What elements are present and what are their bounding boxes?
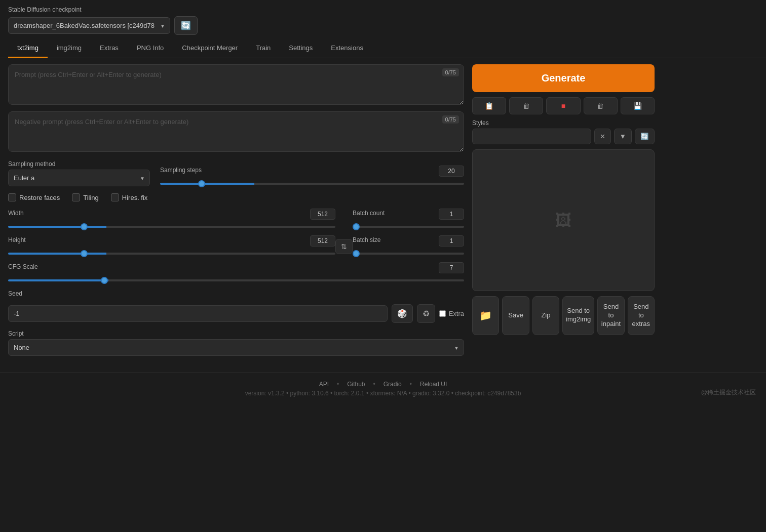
- width-value[interactable]: 512: [310, 209, 335, 220]
- styles-dropdown-button[interactable]: ▼: [614, 129, 632, 144]
- checkpoint-label: Stable Diffusion checkpoint: [8, 6, 758, 13]
- seed-random-button[interactable]: 🎲: [392, 304, 413, 323]
- stop-button[interactable]: ■: [546, 97, 580, 114]
- extra-checkbox-input[interactable]: [439, 310, 446, 317]
- restore-faces-checkbox[interactable]: Restore faces: [8, 193, 60, 201]
- styles-input-row: ✕ ▼ 🔄: [472, 129, 655, 144]
- open-folder-button[interactable]: 📁: [472, 296, 499, 335]
- footer-reload-link[interactable]: Reload UI: [420, 381, 447, 388]
- footer-github-link[interactable]: Github: [347, 381, 365, 388]
- batch-count-label: Batch count: [353, 210, 385, 217]
- batch-count-header: Batch count 1: [353, 209, 464, 220]
- height-header: Height 512: [8, 235, 335, 247]
- batch-size-section: Batch size 1: [353, 235, 464, 256]
- checkpoint-refresh-button[interactable]: 🔄: [174, 16, 198, 35]
- script-label: Script: [8, 330, 464, 337]
- tab-train[interactable]: Train: [247, 39, 280, 58]
- cfg-section: CFG Scale 7: [8, 262, 464, 283]
- negative-prompt-textarea[interactable]: [8, 111, 464, 152]
- cfg-value[interactable]: 7: [439, 262, 464, 273]
- styles-section: Styles ✕ ▼ 🔄: [472, 119, 655, 144]
- batch-size-header: Batch size 1: [353, 235, 464, 247]
- checkboxes-row: Restore faces Tiling Hires. fix: [8, 193, 464, 201]
- paste-button[interactable]: 📋: [472, 97, 506, 114]
- sampling-method-section: Sampling method Euler a: [8, 160, 150, 186]
- batch-section: Batch count 1 Batch size 1: [353, 209, 464, 256]
- height-slider[interactable]: [8, 253, 335, 255]
- height-value[interactable]: 512: [310, 235, 335, 247]
- cfg-header: CFG Scale 7: [8, 262, 464, 273]
- script-select[interactable]: None: [8, 339, 464, 356]
- seed-recycle-button[interactable]: ♻: [417, 304, 435, 323]
- tabs-bar: txt2img img2img Extras PNG Info Checkpoi…: [0, 39, 766, 58]
- tab-png-info[interactable]: PNG Info: [128, 39, 173, 58]
- sampling-steps-header: Sampling steps 20: [160, 166, 464, 177]
- sampling-steps-value[interactable]: 20: [439, 166, 464, 177]
- batch-size-value[interactable]: 1: [439, 235, 464, 247]
- action-icons-row: 📋 🗑 ■ 🗑 💾: [472, 97, 655, 114]
- batch-count-slider[interactable]: [353, 226, 464, 228]
- width-slider[interactable]: [8, 226, 335, 228]
- tab-extensions[interactable]: Extensions: [322, 39, 372, 58]
- hires-fix-box: [111, 193, 119, 201]
- send-to-img2img-button[interactable]: Send toimg2img: [562, 296, 594, 335]
- width-section: Width 512: [8, 209, 335, 229]
- tab-txt2img[interactable]: txt2img: [8, 39, 48, 58]
- tab-img2img[interactable]: img2img: [48, 39, 91, 58]
- script-select-wrap: None: [8, 339, 464, 356]
- send-to-extras-button[interactable]: Sendtoextras: [628, 296, 655, 335]
- batch-size-label: Batch size: [353, 236, 380, 243]
- footer-api-link[interactable]: API: [319, 381, 329, 388]
- footer: API • Github • Gradio • Reload UI versio…: [0, 372, 766, 405]
- top-bar: Stable Diffusion checkpoint dreamshaper_…: [0, 0, 766, 39]
- hires-fix-checkbox[interactable]: Hires. fix: [111, 193, 148, 201]
- right-panel: Generate 📋 🗑 ■ 🗑 💾 Styles ✕ ▼ 🔄 🖼 📁: [472, 64, 655, 356]
- cfg-label: CFG Scale: [8, 263, 38, 270]
- negative-prompt-token-count: 0/75: [442, 115, 459, 124]
- seed-input[interactable]: [8, 305, 388, 322]
- sampling-steps-label: Sampling steps: [160, 167, 202, 174]
- generate-button[interactable]: Generate: [472, 64, 655, 92]
- cfg-slider[interactable]: [8, 279, 464, 281]
- extra-label: Extra: [449, 310, 464, 317]
- save-style-button[interactable]: 💾: [621, 97, 655, 114]
- send-to-inpaint-button[interactable]: Sendtoinpaint: [597, 296, 624, 335]
- sampling-method-label: Sampling method: [8, 160, 150, 168]
- checkpoint-select-wrap: dreamshaper_6BakedVae.safetensors [c249d…: [8, 17, 170, 34]
- width-header: Width 512: [8, 209, 335, 220]
- negative-prompt-wrap: 0/75: [8, 111, 464, 153]
- batch-size-slider[interactable]: [353, 253, 464, 255]
- styles-input[interactable]: [472, 129, 591, 144]
- swap-center: ⇅: [335, 209, 353, 254]
- left-panel: 0/75 0/75 Sampling method Euler a Sampli…: [8, 64, 464, 356]
- tiling-checkbox[interactable]: Tiling: [72, 193, 99, 201]
- sampling-steps-slider[interactable]: [160, 183, 464, 185]
- tab-settings[interactable]: Settings: [280, 39, 322, 58]
- trash-button[interactable]: 🗑: [509, 97, 543, 114]
- footer-links: API • Github • Gradio • Reload UI: [8, 381, 758, 388]
- styles-refresh-button[interactable]: 🔄: [635, 129, 655, 144]
- zip-output-button[interactable]: Zip: [532, 296, 559, 335]
- width-label: Width: [8, 210, 24, 217]
- height-section: Height 512: [8, 235, 335, 256]
- image-output-canvas: 🖼: [472, 149, 655, 291]
- extra-checkbox[interactable]: Extra: [439, 310, 464, 317]
- tab-extras[interactable]: Extras: [91, 39, 128, 58]
- restore-faces-label: Restore faces: [19, 194, 60, 201]
- footer-gradio-link[interactable]: Gradio: [384, 381, 402, 388]
- interrupt-button[interactable]: 🗑: [584, 97, 618, 114]
- hires-fix-label: Hires. fix: [122, 194, 148, 201]
- restore-faces-box: [8, 193, 16, 201]
- checkpoint-select[interactable]: dreamshaper_6BakedVae.safetensors [c249d…: [8, 17, 170, 34]
- seed-label: Seed: [8, 290, 464, 297]
- tab-checkpoint-merger[interactable]: Checkpoint Merger: [173, 39, 247, 58]
- prompt-textarea[interactable]: [8, 64, 464, 105]
- styles-clear-button[interactable]: ✕: [594, 129, 611, 144]
- main-content: 0/75 0/75 Sampling method Euler a Sampli…: [0, 58, 766, 362]
- save-output-button[interactable]: Save: [502, 296, 529, 335]
- image-placeholder-icon: 🖼: [555, 211, 571, 230]
- sampling-method-select[interactable]: Euler a: [8, 170, 150, 186]
- swap-dimensions-button[interactable]: ⇅: [335, 239, 353, 254]
- batch-count-value[interactable]: 1: [439, 209, 464, 220]
- prompt-token-count: 0/75: [442, 68, 459, 76]
